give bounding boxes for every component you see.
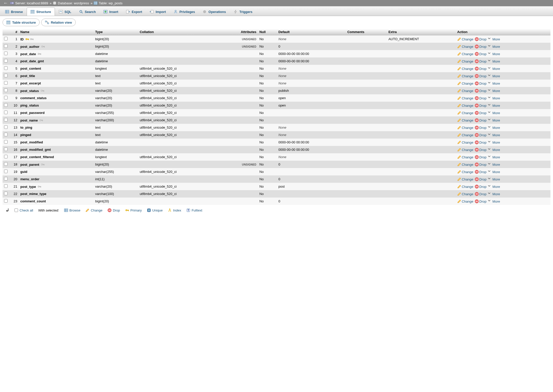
breadcrumb-server[interactable]: Server: localhost:8889 xyxy=(15,1,49,5)
change-link[interactable]: Change xyxy=(457,192,473,196)
row-checkbox[interactable] xyxy=(4,125,8,129)
tab-privileges[interactable]: Privileges xyxy=(170,7,199,16)
row-checkbox[interactable] xyxy=(4,59,8,63)
footer-unique[interactable]: U Unique xyxy=(147,208,163,212)
tab-triggers[interactable]: Triggers xyxy=(230,7,256,16)
more-link[interactable]: More xyxy=(488,126,500,130)
more-link[interactable]: More xyxy=(488,133,500,137)
more-link[interactable]: More xyxy=(488,82,500,85)
row-checkbox[interactable] xyxy=(4,147,8,151)
change-link[interactable]: Change xyxy=(457,104,473,108)
drop-link[interactable]: Drop xyxy=(475,118,486,122)
breadcrumb-table[interactable]: Table: wp_posts xyxy=(98,1,123,5)
footer-change[interactable]: Change xyxy=(85,208,102,212)
row-checkbox[interactable] xyxy=(4,37,8,40)
more-link[interactable]: More xyxy=(488,104,500,108)
row-checkbox[interactable] xyxy=(4,162,8,166)
th-extra[interactable]: Extra xyxy=(387,29,455,35)
change-link[interactable]: Change xyxy=(457,141,473,144)
change-link[interactable]: Change xyxy=(457,82,473,85)
more-link[interactable]: More xyxy=(488,148,500,152)
more-link[interactable]: More xyxy=(488,67,500,71)
tab-insert[interactable]: Insert xyxy=(100,7,122,16)
more-link[interactable]: More xyxy=(488,37,500,41)
row-checkbox[interactable] xyxy=(4,66,8,70)
check-all-checkbox[interactable] xyxy=(14,208,18,212)
drop-link[interactable]: Drop xyxy=(475,67,486,71)
more-link[interactable]: More xyxy=(488,96,500,100)
drop-link[interactable]: Drop xyxy=(475,59,486,63)
more-link[interactable]: More xyxy=(488,52,500,56)
more-link[interactable]: More xyxy=(488,141,500,144)
more-link[interactable]: More xyxy=(488,163,500,167)
change-link[interactable]: Change xyxy=(457,74,473,78)
change-link[interactable]: Change xyxy=(457,155,473,159)
more-link[interactable]: More xyxy=(488,177,500,181)
col-name[interactable]: pinged xyxy=(19,131,94,139)
change-link[interactable]: Change xyxy=(457,67,473,71)
change-link[interactable]: Change xyxy=(457,163,473,167)
drop-link[interactable]: Drop xyxy=(475,141,486,144)
drop-link[interactable]: Drop xyxy=(475,185,486,189)
col-name[interactable]: post_date xyxy=(19,50,94,57)
drop-link[interactable]: Drop xyxy=(475,126,486,130)
more-link[interactable]: More xyxy=(488,74,500,78)
change-link[interactable]: Change xyxy=(457,177,473,181)
col-name[interactable]: ping_status xyxy=(19,102,94,109)
row-checkbox[interactable] xyxy=(4,96,8,99)
row-checkbox[interactable] xyxy=(4,184,8,188)
row-checkbox[interactable] xyxy=(4,155,8,158)
drop-link[interactable]: Drop xyxy=(475,163,486,167)
drop-link[interactable]: Drop xyxy=(475,133,486,137)
drop-link[interactable]: Drop xyxy=(475,170,486,174)
change-link[interactable]: Change xyxy=(457,185,473,189)
tab-operations[interactable]: Operations xyxy=(199,7,230,16)
col-name[interactable]: post_type xyxy=(19,183,94,190)
tab-structure[interactable]: Structure xyxy=(27,7,55,16)
change-link[interactable]: Change xyxy=(457,89,473,93)
col-name[interactable]: post_mime_type xyxy=(19,190,94,198)
change-link[interactable]: Change xyxy=(457,37,473,41)
col-name[interactable]: to_ping xyxy=(19,124,94,131)
row-checkbox[interactable] xyxy=(4,118,8,122)
more-link[interactable]: More xyxy=(488,170,500,174)
more-link[interactable]: More xyxy=(488,59,500,63)
drop-link[interactable]: Drop xyxy=(475,82,486,85)
change-link[interactable]: Change xyxy=(457,45,473,49)
more-link[interactable]: More xyxy=(488,185,500,189)
col-name[interactable]: post_title xyxy=(19,72,94,80)
th-num[interactable]: # xyxy=(9,29,19,35)
tab-search[interactable]: Search xyxy=(75,7,100,16)
change-link[interactable]: Change xyxy=(457,133,473,137)
footer-drop[interactable]: Drop xyxy=(107,208,120,212)
change-link[interactable]: Change xyxy=(457,111,473,115)
col-name[interactable]: post_parent xyxy=(19,161,94,168)
th-attributes[interactable]: Attributes xyxy=(220,29,258,35)
th-collation[interactable]: Collation xyxy=(138,29,220,35)
drop-link[interactable]: Drop xyxy=(475,111,486,115)
subtab-relation-view[interactable]: Relation view xyxy=(41,19,76,26)
row-checkbox[interactable] xyxy=(4,103,8,107)
drop-link[interactable]: Drop xyxy=(475,45,486,49)
row-checkbox[interactable] xyxy=(4,199,8,203)
col-name[interactable]: menu_order xyxy=(19,175,94,183)
footer-primary[interactable]: Primary xyxy=(125,208,142,212)
drop-link[interactable]: Drop xyxy=(475,89,486,93)
more-link[interactable]: More xyxy=(488,200,500,203)
tab-sql[interactable]: SQL xyxy=(55,7,75,16)
change-link[interactable]: Change xyxy=(457,170,473,174)
th-comments[interactable]: Comments xyxy=(346,29,387,35)
footer-fulltext[interactable]: T Fulltext xyxy=(186,208,202,212)
col-name[interactable]: post_content_filtered xyxy=(19,153,94,161)
col-name[interactable]: post_author xyxy=(19,43,94,50)
tab-import[interactable]: Import xyxy=(146,7,170,16)
row-checkbox[interactable] xyxy=(4,192,8,195)
more-link[interactable]: More xyxy=(488,192,500,196)
col-name[interactable]: post_content xyxy=(19,65,94,72)
row-checkbox[interactable] xyxy=(4,44,8,48)
row-checkbox[interactable] xyxy=(4,140,8,144)
col-name[interactable]: comment_count xyxy=(19,198,94,205)
back-button[interactable]: ← xyxy=(1,1,10,6)
more-link[interactable]: More xyxy=(488,118,500,122)
col-name[interactable]: post_name xyxy=(19,116,94,124)
